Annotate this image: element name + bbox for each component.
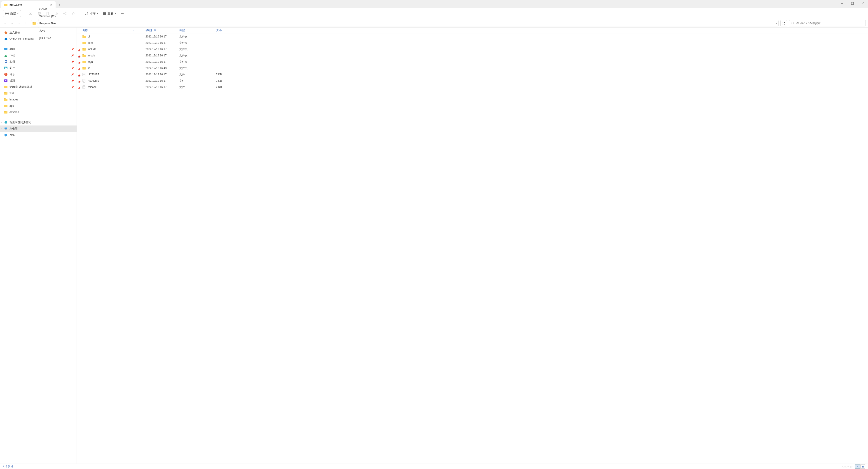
search-input[interactable] [796, 22, 864, 25]
forward-button[interactable]: → [9, 20, 16, 26]
sidebar-item[interactable]: ›此电脑 [0, 126, 76, 132]
sync-icon [4, 121, 8, 124]
breadcrumb-dropdown[interactable]: ▾ [776, 22, 777, 24]
sidebar-item[interactable]: x86 [0, 90, 76, 96]
file-row[interactable]: conf2022/12/19 16:17文件夹 [77, 40, 868, 46]
new-button[interactable]: 新建 ▾ [3, 10, 21, 17]
sidebar-item[interactable]: 下载📌 [0, 52, 76, 59]
pc-icon [4, 127, 8, 130]
file-row[interactable]: 📌README2022/12/19 16:17文件1 KB [77, 78, 868, 84]
sidebar-item[interactable]: 桌面📌 [0, 46, 76, 52]
details-view-button[interactable]: ≡ [855, 465, 860, 469]
minimize-button[interactable] [837, 0, 847, 7]
maximize-button[interactable] [847, 0, 858, 7]
file-row[interactable]: 📌jmods2022/12/19 16:17文件夹 [77, 53, 868, 59]
refresh-button[interactable] [780, 20, 787, 26]
copy-button[interactable] [35, 10, 43, 18]
file-row[interactable]: 📌legal2022/12/19 16:17文件夹 [77, 59, 868, 65]
cut-button[interactable] [27, 10, 34, 18]
sidebar-item[interactable]: 文档📌 [0, 59, 76, 65]
close-window-button[interactable] [858, 0, 868, 7]
folder-icon [4, 110, 8, 114]
file-row[interactable]: 📌lib2022/12/19 16:43文件夹 [77, 65, 868, 71]
pin-icon: 📌 [71, 54, 74, 57]
file-area: 名称 ▴ 修改日期 类型 大小 bin2022/12/19 16:17文件夹co… [77, 28, 868, 464]
file-name: include [88, 47, 96, 51]
back-button[interactable]: ← [2, 20, 8, 26]
more-button[interactable]: ⋯ [119, 10, 126, 18]
file-date: 2022/12/19 16:17 [144, 41, 178, 44]
sort-button[interactable]: 排序 ▾ [83, 10, 100, 17]
sidebar-item[interactable]: 图片📌 [0, 65, 76, 71]
paste-button[interactable] [44, 10, 52, 18]
sidebar-item-label: 此电脑 [9, 127, 18, 131]
breadcrumb-item[interactable]: Program Files [38, 22, 57, 26]
nav-buttons: ← → ▾ ↑ [2, 20, 29, 26]
icons-view-button[interactable]: ▦ [860, 465, 865, 469]
file-row[interactable]: bin2022/12/19 16:17文件夹 [77, 33, 868, 40]
column-header-date[interactable]: 修改日期 [144, 28, 178, 32]
search-icon [791, 22, 795, 25]
sidebar-item-label: OneDrive - Personal [9, 37, 34, 40]
file-row[interactable]: 📌release2022/12/19 16:17文件2 KB [77, 84, 868, 90]
file-name: README [88, 79, 99, 82]
up-button[interactable]: ↑ [23, 20, 29, 26]
chevron-right-icon[interactable]: › [1, 128, 2, 130]
chevron-down-icon: ▾ [97, 12, 98, 15]
file-name: conf [88, 41, 93, 44]
column-header-name[interactable]: 名称 ▴ [81, 28, 144, 32]
pin-icon: 📌 [78, 62, 81, 64]
separator [80, 11, 80, 16]
share-button[interactable] [61, 10, 69, 18]
desktop-icon [4, 47, 8, 51]
file-type: 文件 [178, 73, 205, 76]
view-button[interactable]: 查看 ▾ [101, 10, 118, 17]
svg-rect-27 [851, 2, 854, 4]
rename-button[interactable] [53, 10, 60, 18]
close-icon[interactable]: ✕ [49, 3, 53, 6]
sidebar-item[interactable]: 第01章 计算机基础📌 [0, 84, 76, 90]
sidebar-item[interactable]: develop [0, 109, 76, 115]
sidebar-item-onedrive[interactable]: › OneDrive - Personal [0, 36, 76, 42]
file-row[interactable]: 📌include2022/12/19 16:17文件夹 [77, 46, 868, 53]
tab-active[interactable]: jdk-17.0.5 ✕ [1, 1, 56, 8]
sidebar-item-label: 视频 [9, 79, 15, 82]
chevron-right-icon[interactable]: › [1, 38, 2, 40]
sidebar-item-label: images [9, 98, 18, 101]
pin-icon: 📌 [71, 48, 74, 50]
sidebar-item-home[interactable]: 主文件夹 [0, 29, 76, 36]
file-name: lib [88, 67, 90, 70]
column-header-type[interactable]: 类型 [178, 28, 205, 32]
sidebar-item[interactable]: app [0, 103, 76, 109]
tab-strip: jdk-17.0.5 ✕ ＋ [0, 0, 63, 8]
sidebar-item[interactable]: 音乐📌 [0, 71, 76, 77]
sidebar-item-label: develop [9, 110, 19, 114]
breadcrumb[interactable]: › 此电脑›Windows (C:)›Program Files›Java›jd… [31, 20, 778, 26]
chevron-right-icon: › [37, 22, 37, 24]
search-box[interactable] [789, 20, 866, 26]
pin-icon: 📌 [71, 67, 74, 69]
column-header-size[interactable]: 大小 [205, 28, 223, 32]
sidebar-item-label: 音乐 [9, 72, 15, 76]
content: 主文件夹 › OneDrive - Personal 桌面📌下载📌文档📌图片📌音… [0, 28, 868, 464]
toolbar: 新建 ▾ 排序 ▾ 查看 ▾ ⋯ [0, 8, 868, 19]
file-type: 文件夹 [178, 35, 205, 39]
file-size: 7 KB [205, 73, 223, 76]
sidebar: 主文件夹 › OneDrive - Personal 桌面📌下载📌文档📌图片📌音… [0, 28, 77, 464]
file-type: 文件夹 [178, 54, 205, 58]
file-name: release [88, 86, 96, 89]
view-label: 查看 [107, 11, 114, 15]
file-row[interactable]: 📌LICENSE2022/12/19 16:17文件7 KB [77, 71, 868, 78]
file-date: 2022/12/19 16:17 [144, 35, 178, 38]
folder-icon [82, 54, 86, 57]
sidebar-item[interactable]: 视频📌 [0, 77, 76, 84]
sidebar-item[interactable]: ›百度网盘同步空间 [0, 119, 76, 126]
chevron-right-icon[interactable]: › [1, 134, 2, 136]
sidebar-item[interactable]: images [0, 96, 76, 103]
separator [3, 44, 74, 44]
delete-button[interactable] [70, 10, 77, 18]
recent-button[interactable]: ▾ [16, 20, 22, 26]
view-icon [102, 12, 106, 15]
chevron-right-icon[interactable]: › [1, 121, 2, 124]
sidebar-item[interactable]: ›网络 [0, 132, 76, 138]
